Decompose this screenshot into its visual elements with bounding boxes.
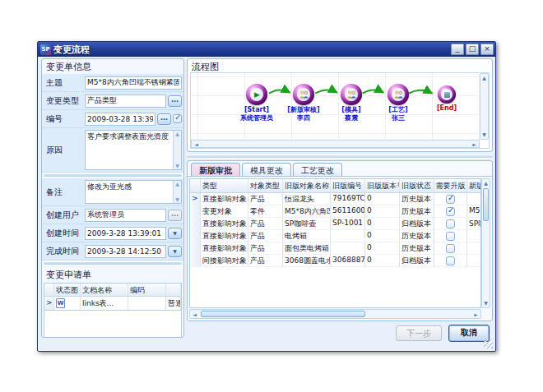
scroll-up-icon[interactable]: ▲ [175,181,179,187]
finish-time-row: 完成时间 ▼ [42,242,183,261]
reason-row: 原因 客户要求调整表面光滑度 ▲ ▼ [42,128,183,173]
col-old-name[interactable]: 旧版对象名称 [283,179,331,193]
needs-upgrade-checkbox[interactable] [446,219,455,228]
needs-upgrade-checkbox[interactable] [446,195,455,204]
flow-chart-panel: 流程图 ▶ [187,58,493,152]
window-title: 变更流程 [53,44,449,56]
create-time-row: 创建时间 ▼ [42,224,183,242]
chevron-down-icon[interactable]: ▼ [168,246,182,257]
table-row[interactable]: 变更对象 零件 M5*8内六角凹... 5611600 0 历史版本 M5*8 [190,205,480,218]
maximize-button[interactable]: □ [466,44,479,55]
col-old-no[interactable]: 旧版编号 [331,179,365,193]
table-row[interactable]: 直接影响对象 产品 面包类电烤箱 0 历史版本 [190,242,480,255]
remark-row: 备注 修改为亚光感 ▲ ▼ [42,178,183,206]
col-status-icon[interactable]: 状态图 [54,284,81,297]
change-type-row: 变更类型 … [42,92,183,110]
creator-input[interactable] [85,209,166,222]
table-row[interactable]: 直接影响对象 产品 SP咖啡壶 SP-1001 0 归档版本 SP咖 [190,218,480,230]
browse-icon[interactable]: … [168,210,182,221]
flow-hscrollbar[interactable]: ◄ ► [191,140,480,148]
number-checkbox[interactable] [173,114,182,123]
remark-scrollbar[interactable]: ▲ ▼ [173,181,181,203]
next-button[interactable]: 下一步 [396,325,442,341]
flow-node-start[interactable]: ▶ [Start] 系统管理员 [233,84,281,122]
chevron-down-icon[interactable]: ▼ [168,228,182,239]
table-header: 状态图 文档名称 编码 [44,284,181,297]
doc-name-cell: links表... [81,297,128,310]
create-time-input[interactable] [85,227,166,240]
tab-new-version-approval[interactable]: 新版审批 [191,163,240,176]
flow-vscrollbar[interactable]: ▲ ▼ [480,73,489,140]
table-row[interactable]: 直接影响对象 产品 电烤箱 0 历史版本 [190,230,480,242]
request-list-table: 状态图 文档名称 编码 > W links表... 普通 [44,283,182,311]
grid-header: 类型 对象类型 旧版对象名称 旧版编号 旧版版本号 旧版状态 需要升版 新版 [190,179,480,193]
change-process-window: SP 变更流程 _ □ × 变更单信息 主题 变更类型 … 编号 [37,41,496,352]
flow-node-new-version-review[interactable]: [新版审核] 李四 [280,84,327,122]
number-input[interactable] [85,113,155,126]
scroll-down-icon[interactable]: ▼ [175,196,179,203]
flow-node-end[interactable]: [End] [423,85,471,112]
subject-input[interactable] [85,76,182,90]
tab-mold-change[interactable]: 模具更改 [242,163,291,176]
approval-tabs-panel: 新版审批 模具更改 工艺更改 类型 对象类型 旧版对象名称 旧版编号 旧版版本号… [187,160,493,321]
tab-strip: 新版审批 模具更改 工艺更改 [188,161,492,177]
col-doc-name[interactable]: 文档名称 [81,284,128,297]
scroll-thumb[interactable] [201,311,365,317]
grid-hscrollbar[interactable]: ◄ ► [189,309,481,319]
flow-node-process[interactable]: [工艺] 张三 [374,84,422,122]
scroll-left-icon[interactable]: ◄ [190,311,199,317]
reason-label: 原因 [44,145,85,156]
finish-time-input[interactable] [85,245,166,258]
minimize-button[interactable]: _ [451,44,464,55]
scroll-up-icon[interactable]: ▲ [482,179,490,187]
table-row[interactable]: > 直接影响对象 产品 恒温龙头 79169TC 0 历史版本 [190,193,480,205]
tab-process-change[interactable]: 工艺更改 [293,163,342,176]
subject-row: 主题 [42,74,183,92]
scroll-up-icon[interactable]: ▲ [175,131,179,137]
col-type[interactable]: 类型 [201,179,248,193]
flow-node-mold[interactable]: [模具] 蔡震 [327,84,375,122]
reason-scrollbar[interactable]: ▲ ▼ [173,131,181,169]
needs-upgrade-checkbox[interactable] [446,207,455,216]
scroll-down-icon[interactable]: ▼ [480,131,488,139]
scroll-right-icon[interactable]: ► [470,141,479,147]
people-icon [393,90,404,99]
browse-icon[interactable]: … [157,113,171,125]
scroll-down-icon[interactable]: ▼ [482,299,490,307]
objects-grid: 类型 对象类型 旧版对象名称 旧版编号 旧版版本号 旧版状态 需要升版 新版 >… [189,178,481,308]
resize-grip[interactable] [484,339,493,348]
col-old-ver[interactable]: 旧版版本号 [365,179,400,193]
word-doc-icon: W [56,298,65,308]
col-old-status[interactable]: 旧版状态 [400,179,434,193]
splitter[interactable] [44,173,182,178]
table-empty-area [44,311,182,338]
table-row[interactable]: > W links表... 普通 [44,297,181,310]
table-row[interactable]: 间接影响对象 产品 3068圆盖电水壶 3068887 0 归档版本 [190,255,480,267]
titlebar[interactable]: SP 变更流程 _ □ × [38,42,495,57]
change-order-info-panel: 变更单信息 主题 变更类型 … 编号 … [41,58,184,338]
change-type-input[interactable] [85,95,166,108]
scroll-down-icon[interactable]: ▼ [175,163,179,169]
flow-chart-canvas[interactable]: ▶ [Start] 系统管理员 [ [191,73,480,140]
end-icon [444,92,450,98]
scroll-left-icon[interactable]: ◄ [192,141,201,147]
close-button[interactable]: × [480,44,494,55]
needs-upgrade-checkbox[interactable] [446,244,455,253]
scroll-right-icon[interactable]: ► [471,311,480,317]
col-new[interactable]: 新版 [467,179,480,193]
col-obj-type[interactable]: 对象类型 [248,179,283,193]
scroll-up-icon[interactable]: ▲ [480,74,488,82]
remark-textarea[interactable]: 修改为亚光感 ▲ ▼ [85,180,182,204]
col-needs-upgrade[interactable]: 需要升版 [434,179,467,193]
grid-vscrollbar[interactable]: ▲ ▼ [481,178,490,308]
browse-icon[interactable]: … [168,95,182,107]
app-icon: SP [40,44,51,55]
splitter[interactable] [187,154,493,159]
col-code[interactable]: 编码 [128,284,166,297]
scroll-thumb[interactable] [483,188,489,221]
splitter[interactable] [44,261,182,265]
client-area: 变更单信息 主题 变更类型 … 编号 … [39,57,494,350]
needs-upgrade-checkbox[interactable] [446,232,455,241]
reason-textarea[interactable]: 客户要求调整表面光滑度 ▲ ▼ [85,130,182,170]
needs-upgrade-checkbox[interactable] [446,256,455,265]
